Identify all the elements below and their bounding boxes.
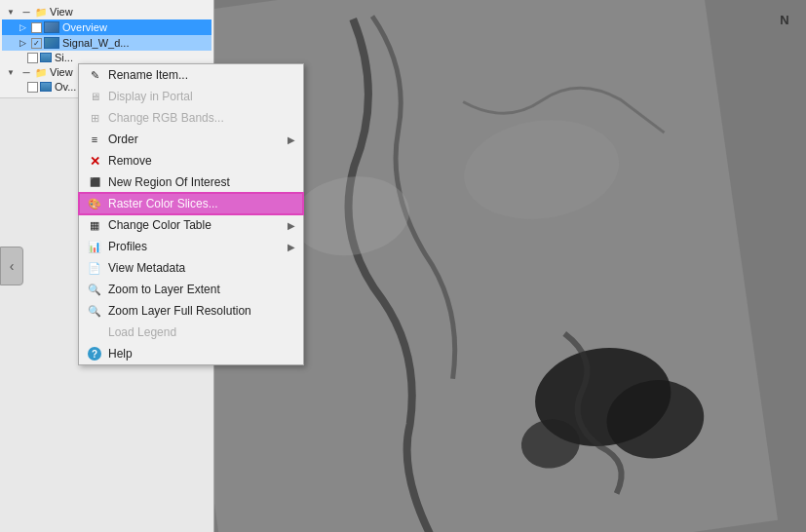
metadata-icon: 📄 — [87, 260, 102, 276]
compass: N — [773, 8, 796, 31]
layer-icon-overview — [44, 21, 59, 33]
tree-label-overview: Overview — [62, 21, 107, 33]
scroll-left-button[interactable]: ‹ — [0, 247, 23, 285]
checkbox-signal[interactable]: ✓ — [31, 38, 42, 49]
folder-icon-view1: 📁 — [35, 7, 47, 18]
menu-item-zoom-extent[interactable]: 🔍 Zoom to Layer Extent — [79, 279, 303, 300]
help-icon: ? — [87, 346, 102, 361]
menu-label-profiles: Profiles — [108, 240, 147, 253]
menu-item-raster-color[interactable]: 🎨 Raster Color Slices... — [79, 193, 303, 214]
tree-label-ov: Ov... — [55, 81, 76, 93]
layer-icon-si — [40, 53, 52, 62]
expand-icon-view1: ▼ — [4, 5, 18, 19]
menu-item-view-metadata[interactable]: 📄 View Metadata — [79, 257, 303, 279]
menu-item-change-rgb: ⊞ Change RGB Bands... — [79, 107, 303, 129]
tree-row-overview[interactable]: ▷ Overview — [2, 19, 211, 35]
tree-label-si: Si... — [55, 52, 73, 63]
menu-item-new-roi[interactable]: ⬛ New Region Of Interest — [79, 171, 303, 193]
checkbox-overview[interactable] — [31, 22, 42, 33]
expand-icon-view2: ▼ — [4, 65, 18, 79]
menu-item-rename[interactable]: ✎ Rename Item... — [79, 64, 303, 86]
profiles-arrow: ▶ — [288, 242, 295, 252]
expand-icon-signal: ▷ — [16, 36, 29, 50]
checkbox-si[interactable] — [27, 53, 38, 63]
folder-icon-view2: 📁 — [35, 67, 47, 78]
menu-item-help[interactable]: ? Help — [79, 343, 303, 364]
zoom-extent-icon: 🔍 — [87, 282, 102, 297]
menu-label-change-rgb: Change RGB Bands... — [108, 111, 224, 125]
menu-label-zoom-extent: Zoom to Layer Extent — [108, 283, 220, 296]
menu-item-display-portal: 🖥 Display in Portal — [79, 86, 303, 107]
minus-icon: ─ — [19, 5, 33, 19]
tree-row-si[interactable]: Si... — [2, 51, 211, 64]
minus-icon2: ─ — [19, 65, 33, 79]
menu-label-zoom-full: Zoom Layer Full Resolution — [108, 304, 251, 318]
remove-icon: ✕ — [87, 153, 102, 169]
rgb-icon: ⊞ — [87, 110, 102, 126]
menu-label-load-legend: Load Legend — [108, 325, 176, 339]
menu-item-order[interactable]: ≡ Order ▶ — [79, 129, 303, 150]
menu-item-remove[interactable]: ✕ Remove — [79, 150, 303, 171]
menu-item-load-legend: Load Legend — [79, 322, 303, 343]
expand-icon-overview: ▷ — [16, 20, 29, 34]
profiles-icon: 📊 — [87, 239, 102, 254]
menu-label-remove: Remove — [108, 154, 152, 168]
menu-label-rename: Rename Item... — [108, 68, 188, 82]
monitor-icon: 🖥 — [87, 89, 102, 104]
context-menu: ✎ Rename Item... 🖥 Display in Portal ⊞ C… — [78, 63, 304, 365]
menu-item-profiles[interactable]: 📊 Profiles ▶ — [79, 236, 303, 257]
legend-icon — [87, 324, 102, 340]
color-table-arrow: ▶ — [288, 220, 295, 231]
checkbox-ov[interactable] — [27, 82, 38, 93]
menu-label-change-color-table: Change Color Table — [108, 218, 211, 232]
menu-label-new-roi: New Region Of Interest — [108, 175, 230, 189]
raster-icon: 🎨 — [87, 196, 102, 211]
roi-icon: ⬛ — [87, 174, 102, 190]
zoom-full-icon: 🔍 — [87, 303, 102, 319]
layer-icon-ov — [40, 82, 52, 92]
menu-label-view-metadata: View Metadata — [108, 261, 185, 275]
menu-item-zoom-full[interactable]: 🔍 Zoom Layer Full Resolution — [79, 300, 303, 322]
color-table-icon: ▦ — [87, 217, 102, 233]
tree-row-signal[interactable]: ▷ ✓ Signal_W_d... — [2, 35, 211, 51]
tree-row-view1[interactable]: ▼ ─ 📁 View — [2, 4, 211, 19]
order-icon: ≡ — [87, 132, 102, 147]
order-arrow: ▶ — [288, 134, 295, 145]
pencil-icon: ✎ — [87, 67, 102, 83]
tree-label-signal: Signal_W_d... — [62, 37, 129, 49]
menu-item-change-color-table[interactable]: ▦ Change Color Table ▶ — [79, 214, 303, 236]
menu-label-display-portal: Display in Portal — [108, 90, 193, 103]
layer-icon-signal — [44, 37, 59, 49]
menu-label-raster-color: Raster Color Slices... — [108, 197, 218, 210]
menu-label-help: Help — [108, 347, 133, 361]
tree-label-view1: View — [50, 6, 73, 18]
menu-label-order: Order — [108, 133, 138, 146]
tree-label-view2: View — [50, 66, 73, 78]
